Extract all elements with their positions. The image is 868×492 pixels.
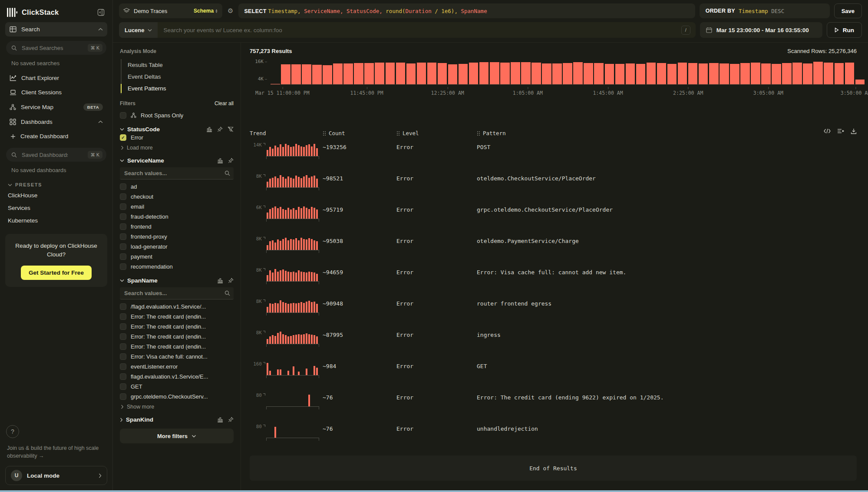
histogram-bar[interactable] (824, 63, 833, 84)
histogram-bar[interactable] (531, 63, 541, 84)
sql-select-editor[interactable]: SELECT Timestamp, ServiceName, StatusCod… (238, 3, 695, 18)
sidebar-item-search[interactable]: Search (5, 22, 107, 37)
pin-icon[interactable] (217, 126, 223, 132)
pattern-row[interactable]: 8K~90948Errorrouter frontend egress (250, 298, 868, 324)
filter-value[interactable]: eventListener.error (120, 362, 234, 372)
save-button[interactable]: Save (834, 3, 862, 18)
histogram-bar[interactable] (835, 63, 844, 84)
histogram-bar[interactable] (542, 63, 551, 84)
saved-searches-search[interactable]: ⌘ K (6, 41, 106, 55)
more-filters-button[interactable]: More filters (120, 429, 234, 443)
histogram-bar[interactable] (459, 64, 468, 84)
collapse-sidebar-icon[interactable] (96, 8, 106, 17)
histogram-bar[interactable] (803, 63, 812, 84)
run-button[interactable]: Run (827, 22, 862, 38)
order-by-editor[interactable]: ORDER BYTimestamp DESC (700, 3, 830, 18)
histogram-bar[interactable] (490, 62, 499, 84)
filter-value[interactable]: /flagd.evaluation.v1.Service/... (120, 302, 234, 312)
event-search-bar[interactable]: / (158, 22, 696, 38)
help-icon[interactable]: ? (6, 425, 19, 438)
pin-icon[interactable] (228, 158, 234, 163)
preset-services[interactable]: Services (5, 202, 107, 214)
chart-toggle-icon[interactable] (217, 158, 223, 163)
sidebar-item-client-sessions[interactable]: Client Sessions (5, 85, 107, 100)
histogram-bar[interactable] (667, 64, 677, 84)
checkbox[interactable] (120, 193, 126, 200)
saved-dashboards-input[interactable] (21, 151, 69, 159)
checkbox[interactable] (120, 333, 126, 340)
checkbox[interactable] (120, 253, 126, 260)
histogram-bar[interactable] (323, 65, 332, 84)
checkbox[interactable] (120, 223, 126, 230)
chart-toggle-icon[interactable] (217, 417, 223, 422)
local-mode-menu[interactable]: U Local mode (5, 466, 107, 485)
histogram-bar[interactable] (448, 64, 458, 84)
histogram-bar[interactable] (761, 63, 771, 84)
histogram-bar[interactable] (271, 84, 280, 84)
time-range-picker[interactable]: Mar 15 23:00:00 - Mar 16 03:55:00 (700, 22, 822, 38)
histogram-bar[interactable] (594, 63, 604, 84)
spanname-search[interactable] (120, 287, 234, 299)
histogram-bar[interactable] (657, 63, 667, 84)
filter-value[interactable]: fraud-detection (120, 212, 234, 222)
checkbox[interactable] (120, 263, 126, 270)
histogram-bar[interactable] (563, 63, 572, 84)
filter-value[interactable]: flagd.evaluation.v1.Service/E... (120, 372, 234, 382)
histogram-bar[interactable] (751, 63, 760, 84)
sidebar-item-service-map[interactable]: Service Map BETA (5, 100, 107, 115)
histogram-bar[interactable] (469, 63, 479, 84)
histogram-bar[interactable] (511, 62, 520, 84)
event-search-input[interactable] (163, 27, 681, 34)
histogram-bar[interactable] (782, 63, 792, 84)
presets-section-toggle[interactable]: PRESETS (5, 178, 107, 189)
filter-group-statuscode[interactable]: StatusCode (120, 126, 234, 133)
chart-toggle-icon[interactable] (206, 126, 212, 132)
histogram-bar[interactable] (427, 63, 437, 84)
pattern-row[interactable]: 8K~87995Erroringress (250, 329, 868, 356)
histogram-bar[interactable] (615, 64, 625, 84)
schema-selector[interactable]: Schema ▲▼ (194, 8, 218, 14)
filter-value[interactable]: load-generator (120, 242, 234, 252)
histogram-bar[interactable] (500, 63, 510, 84)
spanname-search-input[interactable] (123, 289, 224, 297)
analysis-mode-results-table[interactable]: Results Table (122, 59, 234, 71)
column-header-pattern[interactable]: Pattern (477, 130, 857, 136)
root-spans-only-checkbox[interactable]: Root Spans Only (120, 110, 234, 120)
histogram-bar[interactable] (406, 63, 416, 84)
histogram-bar[interactable] (626, 63, 635, 84)
histogram-bar[interactable] (730, 64, 739, 84)
checkbox[interactable] (120, 203, 126, 210)
histogram-bar[interactable] (605, 64, 614, 84)
checkbox[interactable] (120, 303, 126, 310)
histogram-bar[interactable] (312, 65, 322, 84)
filter-value[interactable]: Error: Visa cache full: cannot... (120, 352, 234, 362)
join-us-link[interactable]: Join us & build the future of high scale… (5, 444, 107, 466)
histogram-bar[interactable] (813, 62, 823, 84)
histogram-bar[interactable] (417, 63, 426, 84)
load-more-button[interactable]: Load more (120, 143, 234, 152)
drag-handle-icon[interactable] (396, 131, 399, 136)
checkbox[interactable] (120, 233, 126, 240)
pattern-row[interactable]: 8K~95038Erroroteldemo.PaymentService/Cha… (250, 236, 868, 262)
filter-group-spanname[interactable]: SpanName (120, 277, 234, 284)
drag-handle-icon[interactable] (323, 131, 326, 136)
pin-icon[interactable] (228, 417, 234, 422)
servicename-search-input[interactable] (123, 170, 224, 177)
checkbox[interactable] (120, 183, 126, 190)
download-icon[interactable] (851, 128, 857, 134)
pattern-row[interactable]: 8K~98521Erroroteldemo.CheckoutService/Pl… (250, 173, 868, 199)
filter-value[interactable]: Error: The credit card (endin... (120, 312, 234, 322)
filter-value[interactable]: recommendation (120, 262, 234, 272)
histogram-bar[interactable] (343, 63, 353, 84)
column-header-count[interactable]: Count (323, 130, 396, 136)
filter-value[interactable]: checkout (120, 192, 234, 202)
histogram-bar[interactable] (438, 63, 447, 84)
filter-group-servicename[interactable]: ServiceName (120, 157, 234, 164)
histogram-bar[interactable] (354, 63, 363, 84)
histogram-bar[interactable] (845, 63, 855, 84)
checkbox[interactable] (120, 373, 126, 380)
analysis-mode-event-deltas[interactable]: Event Deltas (122, 71, 234, 83)
checkbox-checked[interactable]: ✓ (120, 134, 126, 141)
filter-group-spankind[interactable]: SpanKind (120, 416, 234, 423)
filter-value[interactable]: frontend-proxy (120, 232, 234, 242)
